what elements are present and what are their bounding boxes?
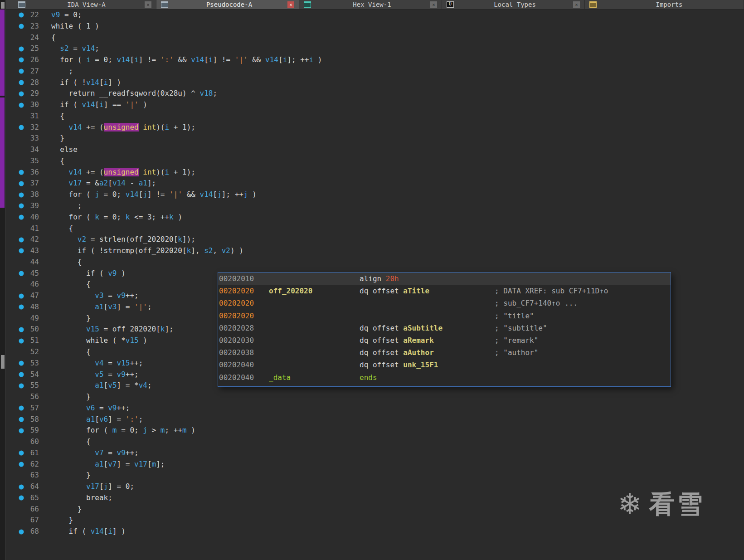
breakpoint-gutter[interactable] bbox=[5, 54, 24, 66]
breakpoint-gutter[interactable] bbox=[5, 279, 24, 290]
breakpoint-dot[interactable] bbox=[19, 102, 24, 107]
breakpoint-dot[interactable] bbox=[19, 293, 24, 298]
breakpoint-gutter[interactable] bbox=[5, 111, 24, 122]
code-line[interactable]: 62 a1[v7] = v17[m]; bbox=[0, 459, 744, 470]
code-text[interactable]: for ( j = 0; v14[j] != '|' && v14[j]; ++… bbox=[39, 189, 257, 200]
code-text[interactable]: { bbox=[39, 279, 91, 290]
code-text[interactable]: { bbox=[39, 156, 64, 167]
code-text[interactable]: if ( v14[i] ) bbox=[39, 526, 126, 537]
breakpoint-gutter[interactable] bbox=[5, 212, 24, 223]
breakpoint-gutter[interactable] bbox=[5, 324, 24, 335]
popup-row[interactable]: 00202040_dataends bbox=[218, 371, 671, 384]
breakpoint-gutter[interactable] bbox=[5, 470, 24, 481]
breakpoint-gutter[interactable] bbox=[5, 66, 24, 77]
breakpoint-gutter[interactable] bbox=[5, 156, 24, 167]
breakpoint-gutter[interactable] bbox=[5, 369, 24, 380]
code-line[interactable]: 57 v6 = v9++; bbox=[0, 403, 744, 414]
breakpoint-gutter[interactable] bbox=[5, 425, 24, 436]
tab-close-icon[interactable]: × bbox=[430, 1, 437, 8]
breakpoint-dot[interactable] bbox=[19, 181, 24, 186]
breakpoint-gutter[interactable] bbox=[5, 391, 24, 403]
code-text[interactable]: { bbox=[39, 223, 73, 234]
breakpoint-dot[interactable] bbox=[19, 248, 24, 253]
breakpoint-gutter[interactable] bbox=[5, 346, 24, 358]
code-line[interactable]: 33 } bbox=[0, 133, 744, 144]
breakpoint-gutter[interactable] bbox=[5, 436, 24, 448]
breakpoint-dot[interactable] bbox=[19, 125, 24, 130]
breakpoint-dot[interactable] bbox=[19, 462, 24, 467]
code-text[interactable]: { bbox=[39, 346, 91, 358]
breakpoint-gutter[interactable] bbox=[5, 200, 24, 212]
code-line[interactable]: 44 { bbox=[0, 257, 744, 268]
breakpoint-dot[interactable] bbox=[19, 361, 24, 366]
tab-close-icon[interactable]: × bbox=[573, 1, 580, 8]
code-line[interactable]: 43 if ( !strncmp(off_202020[k], s2, v2) … bbox=[0, 245, 744, 257]
breakpoint-dot[interactable] bbox=[19, 406, 24, 411]
code-text[interactable]: a1[v6] = ':'; bbox=[39, 414, 143, 425]
code-text[interactable]: v7 = v9++; bbox=[39, 448, 139, 459]
breakpoint-gutter[interactable] bbox=[5, 144, 24, 156]
code-line[interactable]: 22v9 = 0; bbox=[0, 10, 744, 21]
breakpoint-gutter[interactable] bbox=[5, 21, 24, 32]
code-text[interactable]: a1[v5] = *v4; bbox=[39, 380, 152, 391]
code-line[interactable]: 60 { bbox=[0, 436, 744, 448]
code-text[interactable]: v9 = 0; bbox=[39, 10, 82, 21]
code-text[interactable]: if ( v14[i] == '|' ) bbox=[39, 99, 147, 111]
tab-ida-view-a[interactable]: IDA View-A× bbox=[14, 0, 156, 9]
breakpoint-dot[interactable] bbox=[19, 69, 24, 74]
code-text[interactable]: } bbox=[39, 504, 82, 515]
tab-hex-view-1[interactable]: Hex View-1× bbox=[299, 0, 442, 9]
breakpoint-dot[interactable] bbox=[19, 484, 24, 489]
code-text[interactable]: for ( k = 0; k <= 3; ++k ) bbox=[39, 212, 182, 223]
breakpoint-gutter[interactable] bbox=[5, 245, 24, 257]
code-line[interactable]: 25 s2 = v14; bbox=[0, 43, 744, 54]
breakpoint-gutter[interactable] bbox=[5, 133, 24, 144]
code-line[interactable]: 26 for ( i = 0; v14[i] != ':' && v14[i] … bbox=[0, 54, 744, 66]
breakpoint-gutter[interactable] bbox=[5, 335, 24, 346]
breakpoint-gutter[interactable] bbox=[5, 32, 24, 44]
popup-row[interactable]: 00202040 bbox=[218, 384, 671, 387]
code-text[interactable]: } bbox=[39, 313, 91, 324]
code-text[interactable]: } bbox=[39, 391, 91, 403]
code-line[interactable]: 61 v7 = v9++; bbox=[0, 448, 744, 459]
code-line[interactable]: 38 for ( j = 0; v14[j] != '|' && v14[j];… bbox=[0, 189, 744, 200]
code-line[interactable]: 59 for ( m = 0; j > m; ++m ) bbox=[0, 425, 744, 436]
breakpoint-dot[interactable] bbox=[19, 451, 24, 456]
code-line[interactable]: 28 if ( !v14[i] ) bbox=[0, 77, 744, 88]
breakpoint-gutter[interactable] bbox=[5, 403, 24, 414]
breakpoint-dot[interactable] bbox=[19, 13, 24, 18]
breakpoint-gutter[interactable] bbox=[5, 459, 24, 470]
breakpoint-gutter[interactable] bbox=[5, 257, 24, 268]
code-line[interactable]: 63 } bbox=[0, 470, 744, 481]
breakpoint-dot[interactable] bbox=[19, 338, 24, 343]
breakpoint-dot[interactable] bbox=[19, 327, 24, 332]
scrollbar-thumb[interactable] bbox=[1, 2, 5, 9]
scrollbar-thumb[interactable] bbox=[1, 355, 5, 369]
code-line[interactable]: 68 if ( v14[i] ) bbox=[0, 526, 744, 537]
code-text[interactable]: s2 = v14; bbox=[39, 43, 99, 54]
code-text[interactable]: { bbox=[39, 32, 56, 44]
code-line[interactable]: 27 ; bbox=[0, 66, 744, 77]
breakpoint-dot[interactable] bbox=[19, 91, 24, 96]
breakpoint-gutter[interactable] bbox=[5, 234, 24, 245]
code-text[interactable]: if ( !strncmp(off_202020[k], s2, v2) ) bbox=[39, 245, 243, 257]
tab-close-icon[interactable]: × bbox=[287, 1, 294, 8]
breakpoint-gutter[interactable] bbox=[5, 414, 24, 425]
breakpoint-dot[interactable] bbox=[19, 372, 24, 377]
breakpoint-dot[interactable] bbox=[19, 192, 24, 197]
code-text[interactable]: for ( m = 0; j > m; ++m ) bbox=[39, 425, 195, 436]
code-line[interactable]: 23while ( 1 ) bbox=[0, 21, 744, 32]
breakpoint-dot[interactable] bbox=[19, 24, 24, 29]
code-text[interactable]: v4 = v15++; bbox=[39, 358, 143, 369]
code-text[interactable]: a1[v7] = v17[m]; bbox=[39, 459, 165, 470]
code-text[interactable]: v6 = v9++; bbox=[39, 403, 130, 414]
breakpoint-dot[interactable] bbox=[19, 496, 24, 501]
breakpoint-dot[interactable] bbox=[19, 529, 24, 534]
popup-row[interactable]: 00202028dq offset aSubtitle; "subtitle" bbox=[218, 322, 671, 334]
tab-imports[interactable]: Imports bbox=[585, 0, 744, 9]
code-line[interactable]: 36 v14 += (unsigned int)(i + 1); bbox=[0, 167, 744, 178]
code-text[interactable]: while ( *v15 ) bbox=[39, 335, 147, 346]
code-text[interactable]: } bbox=[39, 470, 91, 481]
breakpoint-gutter[interactable] bbox=[5, 268, 24, 279]
breakpoint-gutter[interactable] bbox=[5, 492, 24, 504]
